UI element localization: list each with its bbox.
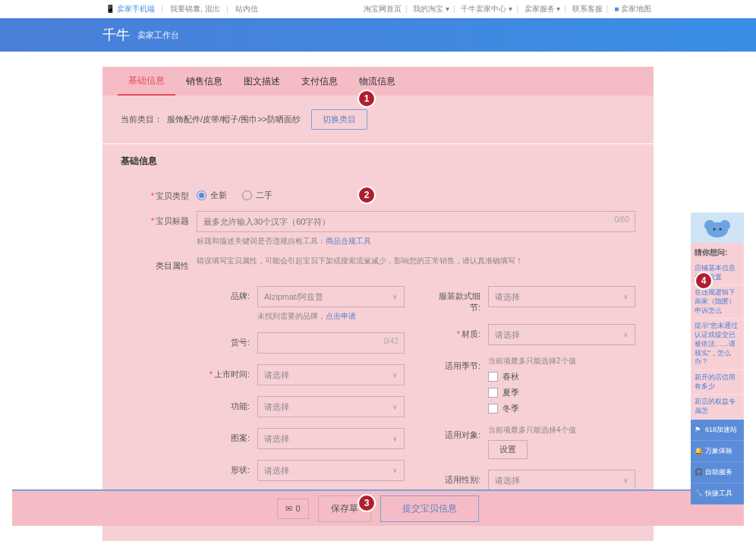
faq-item[interactable]: 新开的店信用有多少 — [691, 370, 744, 395]
section-tabs: 基础信息 销售信息 图文描述 支付信息 物流信息 — [102, 67, 654, 96]
gender-label: 适用性别: — [435, 470, 488, 486]
chevron-down-icon: ∨ — [392, 435, 398, 442]
taobao-home-link[interactable]: 淘宝网首页 — [364, 5, 402, 13]
gender-select[interactable]: 请选择∨ — [488, 470, 635, 491]
annotation-badge-1: 1 — [358, 90, 376, 108]
material-label: 材质: — [461, 329, 480, 338]
faq-heading: 猜你想问: — [691, 243, 744, 261]
submit-item-button[interactable]: 提交宝贝信息 — [380, 495, 479, 522]
contact-support-link[interactable]: 联系客服 — [572, 5, 603, 13]
my-taobao-link[interactable]: 我的淘宝 ▾ — [413, 5, 449, 13]
chevron-down-icon: ∨ — [392, 293, 398, 300]
shape-select[interactable]: 请选择∨ — [257, 460, 405, 481]
season-winter-checkbox[interactable]: 冬季 — [488, 403, 635, 414]
flag-icon: ⚑ — [695, 426, 702, 433]
qianniu-logo: 千牛 — [102, 26, 130, 44]
style-detail-label: 服装款式细节: — [435, 286, 488, 313]
workbench-title: 卖家工作台 — [137, 30, 179, 41]
basic-info-section-title: 基础信息 — [102, 143, 654, 178]
tool-wanxiang[interactable]: 🔔万象体验 — [691, 441, 744, 462]
function-select[interactable]: 请选择∨ — [257, 396, 405, 417]
wrench-icon: 🔧 — [695, 489, 702, 497]
mascot-image — [691, 212, 744, 243]
header-bar: 千牛 卖家工作台 — [0, 18, 756, 52]
mail-icon: ✉ — [285, 504, 292, 514]
category-bar: 当前类目： 服饰配件/皮带/帽子/围巾>>防晒面纱 切换类目 — [102, 96, 654, 143]
tab-image-desc[interactable]: 图文描述 — [233, 67, 291, 96]
chevron-down-icon: ∨ — [623, 331, 628, 338]
chevron-down-icon: ∨ — [623, 293, 628, 300]
season-limit-note: 当前项最多只能选择2个值 — [488, 356, 635, 366]
inbox-link[interactable]: 站内信 — [235, 5, 258, 13]
category-path: 服饰配件/皮带/帽子/围巾>>防晒面纱 — [167, 114, 301, 125]
radio-new[interactable]: 全新 — [197, 190, 227, 201]
chevron-down-icon: ∨ — [392, 403, 398, 410]
category-label: 当前类目： — [121, 114, 162, 125]
season-summer-checkbox[interactable]: 夏季 — [488, 387, 635, 398]
target-set-button[interactable]: 设置 — [488, 440, 528, 459]
seller-mobile-link[interactable]: 📱 卖家手机端 — [106, 5, 155, 13]
annotation-badge-2: 2 — [358, 186, 376, 204]
chevron-down-icon: ∨ — [392, 371, 398, 379]
material-select[interactable]: 请选择∨ — [488, 324, 635, 345]
brand-label: 品牌: — [204, 286, 257, 302]
shape-label: 形状: — [204, 460, 257, 476]
annotation-badge-4: 4 — [695, 272, 713, 290]
seller-center-link[interactable]: 千牛卖家中心 ▾ — [461, 5, 512, 13]
market-time-label: 上市时间: — [214, 370, 250, 379]
annotation-badge-3: 3 — [358, 494, 376, 512]
chevron-down-icon: ∨ — [623, 477, 628, 484]
item-title-input[interactable] — [197, 211, 635, 232]
brand-select[interactable]: Alzipmat/阿兹普∨ — [257, 286, 405, 307]
chevron-down-icon: ∨ — [392, 467, 398, 474]
seller-service-link[interactable]: 卖家服务 ▾ — [524, 5, 561, 13]
market-time-select[interactable]: 请选择∨ — [257, 364, 405, 385]
tab-logistics-info[interactable]: 物流信息 — [348, 67, 406, 96]
pattern-label: 图案: — [204, 428, 257, 444]
season-label: 适用季节: — [435, 356, 488, 372]
faq-item[interactable]: 新店的权益专属怎 — [691, 395, 744, 419]
recruit-link[interactable]: 我要锦囊, 混出 — [170, 5, 220, 13]
compliance-tool-link[interactable]: 商品合规工具 — [326, 237, 371, 245]
target-label: 适用对象: — [435, 425, 488, 441]
svg-point-4 — [720, 228, 722, 231]
category-attrs-label: 类目属性 — [156, 261, 189, 270]
action-bar: ✉0 保存草 提交宝贝信息 — [12, 489, 744, 526]
style-detail-select[interactable]: 请选择∨ — [488, 286, 635, 307]
faq-item[interactable]: 在违规逻辑下商家（隐匿）申诉怎么 — [691, 285, 744, 319]
tab-sales-info[interactable]: 销售信息 — [175, 67, 233, 96]
sku-char-count: 0/42 — [384, 337, 398, 345]
attrs-warning-text: 错误填写宝贝属性，可能会引起宝贝下架或搜索流量减少，影响您的正常销售，请认真准确… — [197, 256, 635, 266]
apply-brand-link[interactable]: 点击申请 — [326, 312, 356, 320]
pattern-select[interactable]: 请选择∨ — [257, 428, 405, 449]
tool-618[interactable]: ⚑618加速站 — [691, 420, 744, 441]
headset-icon: 🎧 — [695, 468, 702, 476]
tab-basic-info[interactable]: 基础信息 — [118, 67, 175, 96]
seller-map-link[interactable]: ■ 卖家地图 — [614, 5, 651, 13]
target-limit-note: 当前项最多只能选择4个值 — [488, 425, 635, 436]
tab-payment-info[interactable]: 支付信息 — [291, 67, 348, 96]
svg-point-3 — [713, 228, 716, 231]
radio-used[interactable]: 二手 — [242, 190, 272, 201]
sku-input[interactable] — [257, 332, 405, 354]
help-sidebar: 猜你想问: 店铺基本信息怎么设置 在违规逻辑下商家（隐匿）申诉怎么 提示"您未通… — [691, 212, 744, 505]
message-button[interactable]: ✉0 — [277, 499, 308, 519]
tool-quick-tools[interactable]: 🔧快捷工具 — [691, 483, 744, 505]
tool-self-service[interactable]: 🎧自助服务 — [691, 462, 744, 483]
item-type-label: 宝贝类型 — [156, 191, 189, 200]
function-label: 功能: — [204, 396, 257, 412]
sku-label: 货号: — [204, 332, 257, 348]
switch-category-button[interactable]: 切换类目 — [311, 109, 367, 130]
title-char-count: 0/60 — [615, 215, 629, 224]
season-spring-autumn-checkbox[interactable]: 春秋 — [488, 371, 635, 382]
top-navigation: 📱 卖家手机端 | 我要锦囊, 混出 | 站内信 淘宝网首页| 我的淘宝 ▾| … — [0, 0, 756, 18]
faq-item[interactable]: 提示"您未通过认证或提交已被依法……请核实"，怎么办？ — [691, 319, 744, 370]
bell-icon: 🔔 — [695, 447, 702, 455]
item-title-label: 宝贝标题 — [156, 216, 189, 225]
